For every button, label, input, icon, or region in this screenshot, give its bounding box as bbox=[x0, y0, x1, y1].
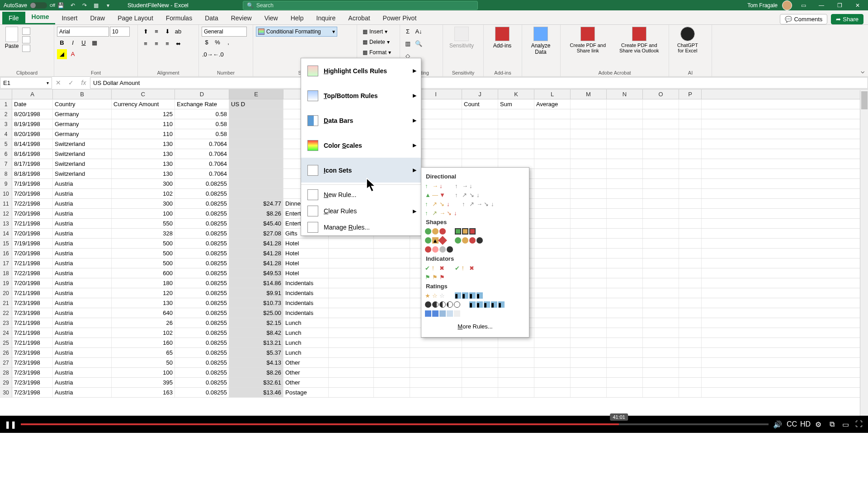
iconset-4ratings[interactable]: ▮▮▮▮ bbox=[455, 292, 483, 299]
cell[interactable] bbox=[374, 358, 410, 367]
create-pdf-share-button[interactable]: Create PDF and Share link bbox=[563, 27, 613, 53]
decrease-decimal-button[interactable]: ←.0 bbox=[212, 50, 222, 60]
cell[interactable]: Other bbox=[283, 358, 329, 367]
cell[interactable] bbox=[498, 338, 534, 347]
cell[interactable]: 0.08255 bbox=[175, 318, 229, 328]
font-color-button[interactable]: A bbox=[68, 49, 78, 59]
ribbon-options-icon[interactable]: ▭ bbox=[797, 1, 810, 10]
iconset-3triangles[interactable]: ▲—▼ bbox=[425, 192, 446, 198]
cell[interactable]: Austria bbox=[53, 328, 112, 338]
cell[interactable]: Austria bbox=[53, 288, 112, 298]
user-name[interactable]: Tom Fragale bbox=[747, 2, 778, 9]
cell[interactable] bbox=[374, 348, 410, 357]
row-header[interactable]: 28 bbox=[0, 368, 12, 377]
cell[interactable]: 0.08255 bbox=[175, 219, 229, 228]
cell[interactable] bbox=[229, 169, 283, 178]
cell[interactable] bbox=[462, 338, 498, 347]
cell[interactable]: 0.08255 bbox=[175, 249, 229, 258]
cell[interactable] bbox=[374, 318, 410, 328]
cell[interactable] bbox=[462, 368, 498, 377]
iconset-4trafficlights[interactable] bbox=[455, 237, 483, 244]
cell[interactable] bbox=[374, 298, 410, 308]
cell[interactable] bbox=[571, 119, 607, 129]
cell[interactable]: 130 bbox=[112, 159, 175, 169]
cell[interactable] bbox=[462, 378, 498, 387]
cell[interactable]: 300 bbox=[112, 179, 175, 188]
delete-cells-button[interactable]: ▦ Delete ▾ bbox=[360, 37, 397, 47]
cell[interactable]: 130 bbox=[112, 169, 175, 178]
cell[interactable] bbox=[571, 239, 607, 248]
cell[interactable]: Austria bbox=[53, 298, 112, 308]
cell[interactable] bbox=[329, 358, 374, 367]
cell[interactable]: $13.21 bbox=[229, 338, 283, 347]
cell[interactable] bbox=[679, 358, 702, 367]
fullscreen-icon[interactable]: ⛶ bbox=[854, 420, 863, 429]
cell[interactable]: 0.08255 bbox=[175, 348, 229, 357]
row-header[interactable]: 24 bbox=[0, 328, 12, 338]
cell[interactable] bbox=[643, 199, 679, 208]
cell[interactable] bbox=[534, 308, 571, 318]
cell[interactable]: $25.00 bbox=[229, 308, 283, 318]
cell[interactable]: 0.58 bbox=[175, 109, 229, 119]
cell[interactable] bbox=[534, 189, 571, 198]
cell[interactable]: 0.08255 bbox=[175, 229, 229, 238]
cell[interactable] bbox=[534, 209, 571, 218]
cell[interactable]: 7/21/1998 bbox=[12, 318, 53, 328]
cell[interactable] bbox=[679, 109, 702, 119]
cell[interactable] bbox=[679, 149, 702, 159]
row-header[interactable]: 4 bbox=[0, 129, 12, 139]
col-header-L[interactable]: L bbox=[534, 89, 571, 99]
number-format-select[interactable] bbox=[202, 27, 247, 37]
iconset-5quarters[interactable] bbox=[425, 301, 460, 308]
cell[interactable]: Hotel bbox=[283, 239, 329, 248]
cell[interactable]: Austria bbox=[53, 258, 112, 268]
cell[interactable]: $8.26 bbox=[229, 368, 283, 377]
cell[interactable]: 130 bbox=[112, 139, 175, 149]
format-cells-button[interactable]: ▦ Format ▾ bbox=[360, 47, 397, 57]
cf-menu-colorscales[interactable]: Color Scales▶ bbox=[301, 133, 421, 158]
cell[interactable]: Hotel bbox=[283, 249, 329, 258]
cell[interactable]: 0.08255 bbox=[175, 278, 229, 288]
cell[interactable]: 0.08255 bbox=[175, 358, 229, 367]
cell[interactable]: 500 bbox=[112, 239, 175, 248]
cell[interactable] bbox=[607, 368, 643, 377]
autosum-button[interactable]: Σ bbox=[403, 27, 413, 37]
cut-icon[interactable] bbox=[22, 28, 30, 35]
cell[interactable]: US D bbox=[229, 99, 283, 109]
cell[interactable]: 7/20/1998 bbox=[12, 278, 53, 288]
cell[interactable]: $41.28 bbox=[229, 249, 283, 258]
pip-icon[interactable]: ⧉ bbox=[827, 420, 836, 429]
cell[interactable]: $2.15 bbox=[229, 318, 283, 328]
cell[interactable] bbox=[462, 109, 498, 119]
cell[interactable]: Switzerland bbox=[53, 159, 112, 169]
search-input[interactable]: 🔍 Search bbox=[243, 1, 478, 10]
cell[interactable] bbox=[607, 159, 643, 169]
tab-inquire[interactable]: Inquire bbox=[310, 12, 342, 24]
cell[interactable]: 7/23/1998 bbox=[12, 388, 53, 397]
cell[interactable] bbox=[410, 348, 462, 357]
cell[interactable]: 0.08255 bbox=[175, 298, 229, 308]
percent-button[interactable]: % bbox=[212, 38, 222, 47]
font-size-select[interactable] bbox=[110, 27, 130, 37]
cell[interactable] bbox=[643, 119, 679, 129]
cell[interactable] bbox=[571, 338, 607, 347]
cell[interactable] bbox=[534, 388, 571, 397]
cell[interactable] bbox=[643, 368, 679, 377]
iconset-4arrows[interactable]: ↑↗↘↓ bbox=[425, 201, 453, 207]
col-header-E[interactable]: E bbox=[229, 89, 283, 99]
cell[interactable]: 300 bbox=[112, 199, 175, 208]
iconset-3trafficlights[interactable] bbox=[425, 228, 446, 235]
increase-decimal-button[interactable]: .0→ bbox=[202, 50, 212, 60]
cell[interactable] bbox=[643, 149, 679, 159]
comma-button[interactable]: , bbox=[223, 38, 233, 47]
cell[interactable] bbox=[607, 378, 643, 387]
iconset-3arrows[interactable]: ↑→↓ bbox=[425, 183, 446, 189]
cell[interactable] bbox=[462, 149, 498, 159]
cell[interactable] bbox=[607, 388, 643, 397]
col-header-M[interactable]: M bbox=[571, 89, 607, 99]
cell[interactable] bbox=[643, 219, 679, 228]
undo-icon[interactable]: ↶ bbox=[69, 1, 77, 9]
col-header-K[interactable]: K bbox=[498, 89, 534, 99]
border-button[interactable]: ▦ bbox=[90, 38, 99, 48]
col-header-C[interactable]: C bbox=[112, 89, 175, 99]
